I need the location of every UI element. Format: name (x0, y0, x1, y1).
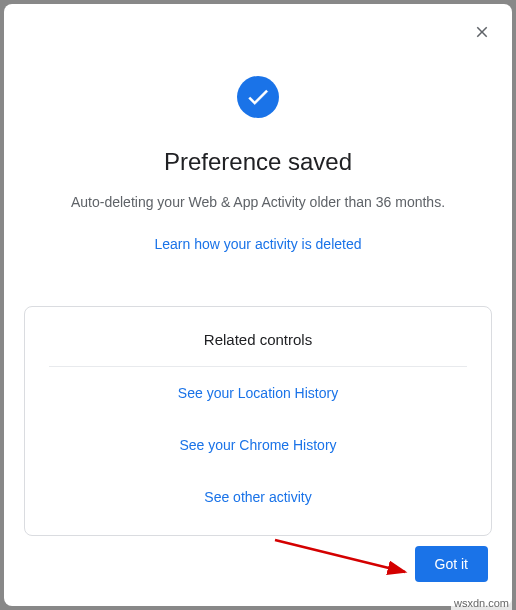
got-it-button[interactable]: Got it (415, 546, 488, 582)
chrome-history-link[interactable]: See your Chrome History (49, 419, 467, 471)
location-history-link[interactable]: See your Location History (49, 367, 467, 419)
preference-saved-dialog: Preference saved Auto-deleting your Web … (4, 4, 512, 606)
other-activity-link[interactable]: See other activity (49, 471, 467, 523)
dialog-subtitle: Auto-deleting your Web & App Activity ol… (71, 194, 445, 210)
close-icon (473, 23, 491, 45)
watermark: wsxdn.com (451, 596, 512, 610)
related-heading: Related controls (49, 331, 467, 367)
dialog-footer: Got it (4, 546, 512, 606)
learn-more-link[interactable]: Learn how your activity is deleted (155, 236, 362, 252)
dialog-content: Preference saved Auto-deleting your Web … (4, 4, 512, 546)
related-controls-card: Related controls See your Location Histo… (24, 306, 492, 536)
close-button[interactable] (470, 22, 494, 46)
dialog-title: Preference saved (164, 148, 352, 176)
success-check-icon (237, 76, 279, 118)
